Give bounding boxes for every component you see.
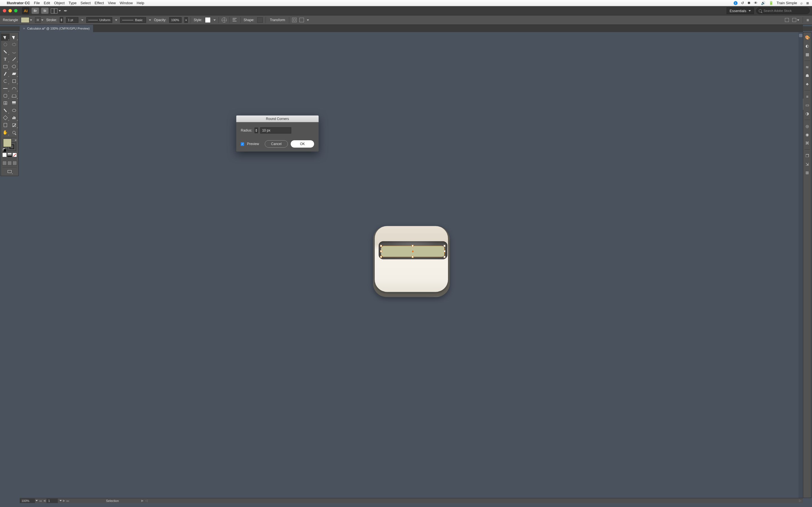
symbol-sprayer-tool[interactable] — [1, 114, 10, 121]
menu-file[interactable]: File — [34, 1, 40, 5]
chevron-down-icon[interactable] — [213, 19, 216, 21]
stroke-weight-field[interactable]: 1 pt — [66, 17, 79, 23]
style-label[interactable]: Style: — [194, 18, 202, 22]
opacity-field[interactable]: 100% — [169, 17, 182, 23]
chevron-down-icon[interactable] — [30, 19, 32, 21]
default-fill-stroke-icon[interactable] — [3, 148, 5, 151]
paintbrush-tool[interactable] — [10, 63, 18, 70]
mesh-tool[interactable] — [1, 100, 10, 107]
radius-field[interactable]: 10 px — [260, 127, 291, 133]
radius-stepper[interactable] — [255, 128, 258, 133]
zoom-window[interactable] — [14, 9, 17, 12]
resize-handle[interactable] — [380, 250, 382, 252]
close-tab-icon[interactable]: × — [23, 27, 25, 30]
artboard-tool[interactable] — [1, 121, 10, 129]
shape-button[interactable]: Shape: — [244, 18, 254, 22]
stroke-swatch[interactable] — [35, 17, 41, 23]
arrange-documents[interactable] — [51, 8, 61, 13]
fill-stroke-control[interactable]: ⤭ — [3, 138, 17, 151]
menu-select[interactable]: Select — [80, 1, 91, 5]
chevron-down-icon[interactable] — [149, 19, 151, 21]
rotate-tool[interactable] — [1, 77, 10, 85]
blend-tool[interactable] — [10, 107, 18, 114]
shape-builder-tool[interactable] — [1, 92, 10, 100]
menu-effect[interactable]: Effect — [95, 1, 104, 5]
selected-rectangle[interactable] — [381, 245, 406, 253]
preview-checkbox[interactable]: ✓ — [241, 142, 244, 146]
round-corners-dialog: Round Corners Radius: 10 px ✓ Preview Ca… — [236, 115, 319, 152]
lasso-tool[interactable] — [10, 41, 18, 48]
opacity-dropdown[interactable] — [185, 17, 188, 23]
chevron-down-icon[interactable] — [307, 19, 309, 21]
resize-handle[interactable] — [380, 245, 382, 247]
align-icon[interactable] — [233, 17, 238, 22]
app-name[interactable]: Illustrator CC — [7, 1, 30, 5]
gradient-mode-icon[interactable] — [7, 153, 12, 157]
transform-button[interactable]: Transform — [269, 18, 286, 22]
cancel-button[interactable]: Cancel — [265, 140, 288, 148]
document-tab[interactable]: × Calculator.ai* @ 100% (CMYK/GPU Previe… — [20, 25, 93, 32]
zoom-tool[interactable] — [10, 129, 18, 136]
width-tool[interactable] — [1, 85, 10, 92]
scale-tool[interactable] — [10, 77, 18, 85]
screen-mode-icon[interactable] — [6, 168, 13, 175]
stroke-weight-stepper[interactable] — [60, 17, 63, 23]
isolate-icon[interactable] — [292, 18, 297, 22]
none-mode-icon[interactable] — [12, 153, 17, 157]
draw-normal-icon[interactable] — [2, 161, 7, 165]
stroke-label[interactable]: Stroke: — [46, 18, 57, 22]
curvature-tool[interactable] — [10, 48, 18, 55]
artwork — [373, 226, 406, 253]
selection-tool[interactable] — [1, 34, 10, 41]
brush-definition[interactable]: Basic — [120, 17, 146, 23]
swap-fill-stroke-icon[interactable]: ⤭ — [14, 138, 17, 142]
macos-menubar: Illustrator CC File Edit Object Type Sel… — [0, 0, 406, 6]
eraser-tool[interactable] — [10, 70, 18, 77]
menu-view[interactable]: View — [108, 1, 116, 5]
direct-selection-tool[interactable] — [10, 34, 18, 41]
menu-type[interactable]: Type — [68, 1, 77, 5]
fill-color[interactable] — [3, 138, 11, 147]
pencil-tool[interactable] — [1, 70, 10, 77]
variable-width-profile[interactable]: Uniform — [86, 17, 112, 23]
column-graph-tool[interactable] — [10, 114, 18, 121]
chevron-down-icon[interactable] — [81, 19, 84, 21]
fill-swatch[interactable] — [21, 17, 29, 23]
rectangle-tool[interactable] — [1, 63, 10, 70]
opacity-label[interactable]: Opacity: — [154, 18, 166, 22]
tools-panel: T ✋ ⤭ — [1, 32, 18, 176]
icon-body-shape[interactable] — [375, 226, 406, 253]
preview-label[interactable]: Preview — [247, 142, 259, 146]
menu-edit[interactable]: Edit — [44, 1, 50, 5]
magic-wand-tool[interactable] — [1, 41, 10, 48]
bridge-button[interactable]: Br — [32, 8, 39, 14]
color-mode-icon[interactable] — [2, 153, 7, 157]
free-transform-tool[interactable] — [10, 85, 18, 92]
menu-window[interactable]: Window — [120, 1, 133, 5]
edit-clip-icon[interactable] — [299, 18, 304, 22]
graphic-style-swatch[interactable] — [205, 17, 211, 23]
recolor-artwork-icon[interactable] — [221, 17, 227, 22]
perspective-grid-tool[interactable] — [10, 92, 18, 100]
type-tool[interactable]: T — [1, 55, 10, 63]
draw-inside-icon[interactable] — [12, 161, 17, 165]
chevron-down-icon[interactable] — [115, 19, 117, 21]
dialog-title[interactable]: Round Corners — [236, 115, 319, 122]
minimize-window[interactable] — [8, 9, 12, 12]
slice-tool[interactable] — [10, 121, 18, 129]
gpu-icon[interactable]: ✒ — [64, 8, 67, 13]
chevron-down-icon[interactable] — [41, 19, 43, 21]
hand-tool[interactable]: ✋ — [1, 129, 10, 136]
line-segment-tool[interactable] — [10, 55, 18, 63]
gradient-tool[interactable] — [10, 100, 18, 107]
close-window[interactable] — [3, 9, 6, 12]
stock-button[interactable]: St — [41, 8, 49, 14]
ok-button[interactable]: OK — [291, 140, 314, 148]
eyedropper-tool[interactable] — [1, 107, 10, 114]
menu-object[interactable]: Object — [54, 1, 65, 5]
canvas[interactable] — [20, 32, 406, 253]
draw-behind-icon[interactable] — [7, 161, 12, 165]
menu-help[interactable]: Help — [137, 1, 144, 5]
shape-props-icon[interactable] — [257, 17, 263, 23]
pen-tool[interactable] — [1, 48, 10, 55]
